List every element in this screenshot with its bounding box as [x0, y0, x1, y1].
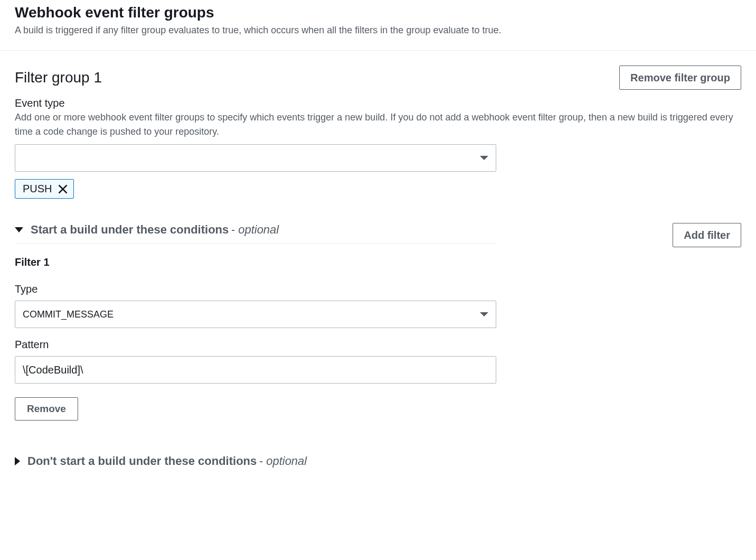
filter-type-value: COMMIT_MESSAGE	[23, 309, 114, 320]
filter-pattern-input[interactable]	[15, 356, 496, 384]
chevron-down-icon	[15, 227, 23, 232]
dont-start-conditions-expander[interactable]: Don't start a build under these conditio…	[15, 454, 496, 474]
dont-start-conditions-title: Don't start a build under these conditio…	[27, 454, 257, 468]
filter-pattern-label: Pattern	[15, 339, 496, 351]
caret-down-icon	[480, 156, 488, 160]
start-conditions-expander[interactable]: Start a build under these conditions - o…	[15, 223, 496, 244]
event-type-select[interactable]	[15, 144, 496, 172]
optional-label: - optional	[231, 223, 279, 236]
optional-label: - optional	[259, 454, 307, 468]
filter-type-label: Type	[15, 283, 496, 295]
filter-group-title: Filter group 1	[15, 69, 102, 86]
remove-filter-group-button[interactable]: Remove filter group	[619, 66, 741, 90]
event-type-tag-label: PUSH	[23, 183, 52, 195]
remove-tag-button[interactable]	[58, 184, 68, 194]
chevron-right-icon	[15, 457, 20, 465]
event-type-tag: PUSH	[15, 179, 74, 199]
section-description: A build is triggered if any filter group…	[15, 23, 741, 38]
add-filter-button[interactable]: Add filter	[673, 223, 741, 247]
start-conditions-title: Start a build under these conditions	[31, 223, 229, 236]
event-type-description: Add one or more webhook event filter gro…	[15, 110, 741, 139]
remove-filter-button[interactable]: Remove	[15, 397, 78, 421]
caret-down-icon	[480, 312, 488, 316]
event-type-label: Event type	[15, 97, 741, 109]
section-title: Webhook event filter groups	[15, 4, 741, 21]
filter-type-select[interactable]: COMMIT_MESSAGE	[15, 301, 496, 328]
close-icon	[58, 184, 68, 194]
filter-1-title: Filter 1	[15, 256, 496, 268]
